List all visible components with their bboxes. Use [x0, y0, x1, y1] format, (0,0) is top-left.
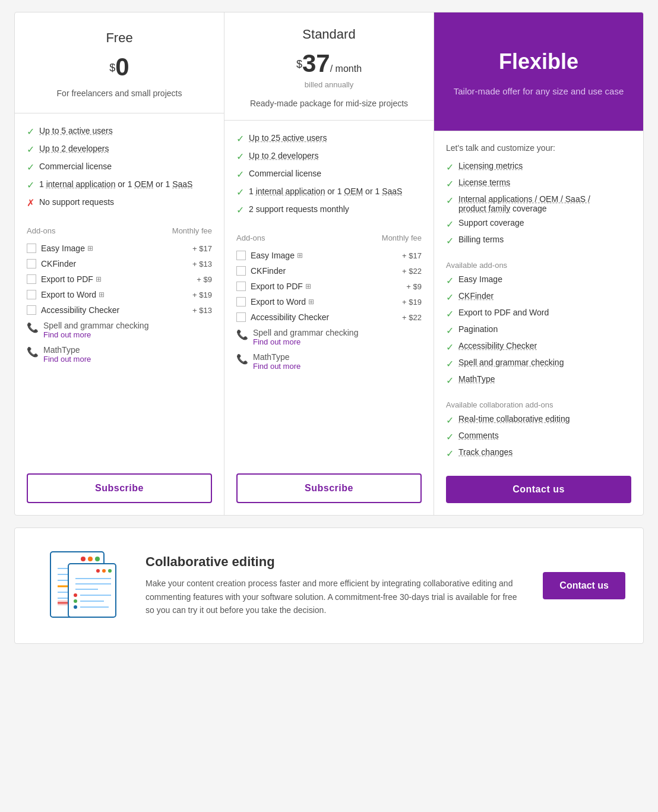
free-addon-easy-image: Easy Image ⊞ + $17 — [27, 244, 212, 253]
settings-icon: ⊞ — [87, 244, 93, 252]
spell-find-out-more-link[interactable]: Find out more — [253, 337, 358, 346]
phone-icon: 📞 — [236, 353, 248, 365]
check-icon: ✓ — [446, 219, 454, 230]
collab-contact-button[interactable]: Contact us — [543, 572, 625, 599]
standard-addon-mathtype: 📞 MathType Find out more — [236, 352, 422, 371]
flexible-plan-body: Let's talk and customize your: ✓ Licensi… — [434, 131, 643, 515]
settings-icon: ⊞ — [96, 275, 102, 283]
export-word-checkbox[interactable] — [236, 297, 246, 307]
free-plan-body: ✓ Up to 5 active users ✓ Up to 2 develop… — [15, 113, 224, 515]
flexible-plan-description: Tailor-made offer for any size and use c… — [454, 86, 624, 96]
free-feature-5: ✗ No support requests — [27, 197, 212, 208]
monthly-fee-label: Monthly fee — [382, 233, 422, 242]
free-feature-5-text: No support requests — [39, 197, 114, 208]
svg-point-2 — [88, 557, 93, 561]
standard-addon-accessibility: Accessibility Checker + $22 — [236, 312, 422, 322]
free-plan-description: For freelancers and small projects — [57, 89, 182, 98]
standard-plan-body: ✓ Up to 25 active users ✓ Up to 2 develo… — [224, 121, 434, 515]
flex-addon-spell: ✓ Spell and grammar checking — [446, 358, 631, 369]
accessibility-checkbox[interactable] — [27, 305, 36, 315]
standard-plan-description: Ready-made package for mid-size projects — [250, 99, 408, 108]
free-feature-3: ✓ Commercial license — [27, 161, 212, 173]
flex-addon-ckfinder: ✓ CKFinder — [446, 291, 631, 303]
check-icon: ✓ — [446, 325, 454, 336]
flex-addon-easy-image: ✓ Easy Image — [446, 274, 631, 286]
cross-icon: ✗ — [27, 197, 34, 208]
standard-addon-ckfinder: CKFinder + $22 — [236, 266, 422, 276]
export-pdf-checkbox[interactable] — [236, 282, 246, 291]
free-cta-section: Subscribe — [27, 462, 212, 503]
standard-feature-5: ✓ 2 support requests monthly — [236, 204, 422, 216]
standard-addons-header: Add-ons Monthly fee — [236, 233, 422, 245]
check-icon: ✓ — [446, 292, 454, 303]
svg-point-1 — [81, 557, 86, 561]
pricing-table: Free $0 For freelancers and small projec… — [14, 12, 644, 516]
mathtype-find-out-more-link[interactable]: Find out more — [253, 362, 300, 371]
addons-label: Add-ons — [236, 233, 265, 242]
standard-addon-export-word: Export to Word ⊞ + $19 — [236, 297, 422, 307]
standard-feature-2: ✓ Up to 2 developers — [236, 150, 422, 162]
free-addon-export-pdf: Export to PDF ⊞ + $9 — [27, 274, 212, 284]
check-icon: ✓ — [27, 179, 34, 191]
flex-collab-comments: ✓ Comments — [446, 431, 631, 443]
easy-image-checkbox[interactable] — [27, 244, 36, 253]
standard-subscribe-button[interactable]: Subscribe — [236, 473, 422, 503]
flex-feature-license-terms: ✓ License terms — [446, 178, 631, 189]
free-features-list: ✓ Up to 5 active users ✓ Up to 2 develop… — [27, 125, 212, 214]
check-icon: ✓ — [446, 195, 454, 206]
spell-find-out-more-link[interactable]: Find out more — [43, 330, 148, 339]
standard-addon-easy-image: Easy Image ⊞ + $17 — [236, 251, 422, 260]
check-icon: ✓ — [236, 204, 244, 216]
flex-addon-pagination: ✓ Pagination — [446, 324, 631, 336]
standard-features-list: ✓ Up to 25 active users ✓ Up to 2 develo… — [236, 132, 422, 222]
flexible-contact-button[interactable]: Contact us — [446, 476, 631, 503]
mathtype-find-out-more-link[interactable]: Find out more — [43, 355, 91, 364]
flex-feature-support: ✓ Support coverage — [446, 218, 631, 230]
collab-text-block: Collaborative editing Make your content … — [145, 554, 525, 617]
standard-plan-column: Standard $37/ month billed annually Read… — [224, 12, 434, 515]
standard-feature-1: ✓ Up to 25 active users — [236, 132, 422, 144]
standard-plan-name: Standard — [302, 27, 355, 42]
ckfinder-checkbox[interactable] — [27, 259, 36, 268]
free-subscribe-button[interactable]: Subscribe — [27, 473, 212, 503]
export-word-checkbox[interactable] — [27, 290, 36, 299]
standard-feature-4: ✓ 1 internal application or 1 OEM or 1 S… — [236, 186, 422, 198]
flex-addon-mathtype: ✓ MathType — [446, 374, 631, 386]
accessibility-checkbox[interactable] — [236, 312, 246, 322]
svg-point-14 — [102, 569, 106, 573]
free-feature-3-text: Commercial license — [39, 161, 112, 173]
check-icon: ✓ — [236, 133, 244, 144]
flex-feature-licensing: ✓ Licensing metrics — [446, 161, 631, 173]
settings-icon: ⊞ — [305, 282, 311, 290]
free-plan-header: Free $0 For freelancers and small projec… — [15, 12, 224, 113]
free-price-amount: 0 — [115, 53, 129, 81]
collab-title: Collaborative editing — [145, 554, 525, 570]
flex-addon-export: ✓ Export to PDF and Word — [446, 308, 631, 320]
check-icon: ✓ — [446, 275, 454, 286]
phone-icon: 📞 — [236, 329, 248, 340]
flex-collab-realtime: ✓ Real-time collaborative editing — [446, 414, 631, 426]
svg-point-3 — [95, 557, 100, 561]
check-icon: ✓ — [27, 126, 34, 137]
easy-image-checkbox[interactable] — [236, 251, 246, 260]
phone-icon: 📞 — [27, 346, 39, 358]
check-icon: ✓ — [236, 187, 244, 198]
flex-feature-billing: ✓ Billing terms — [446, 235, 631, 247]
free-feature-1-text: Up to 5 active users — [39, 126, 113, 135]
standard-billed-note: billed annually — [305, 80, 353, 89]
flexible-plan-name: Flexible — [499, 49, 578, 74]
ckfinder-checkbox[interactable] — [236, 266, 246, 276]
standard-cta-section: Subscribe — [236, 462, 422, 503]
export-pdf-checkbox[interactable] — [27, 274, 36, 284]
standard-addons-section: Add-ons Monthly fee Easy Image ⊞ + $17 C… — [236, 233, 422, 377]
check-icon: ✓ — [446, 235, 454, 247]
svg-point-21 — [74, 599, 77, 603]
check-icon: ✓ — [446, 415, 454, 426]
settings-icon: ⊞ — [297, 251, 303, 260]
flexible-addons-list: ✓ Easy Image ✓ CKFinder ✓ Export to PDF … — [446, 274, 631, 391]
collab-cta-section: Contact us — [543, 572, 625, 599]
standard-addon-spell: 📞 Spell and grammar checking Find out mo… — [236, 328, 422, 346]
svg-point-13 — [96, 569, 100, 573]
free-feature-2-text: Up to 2 developers — [39, 144, 109, 153]
free-addon-export-word: Export to Word ⊞ + $19 — [27, 290, 212, 299]
